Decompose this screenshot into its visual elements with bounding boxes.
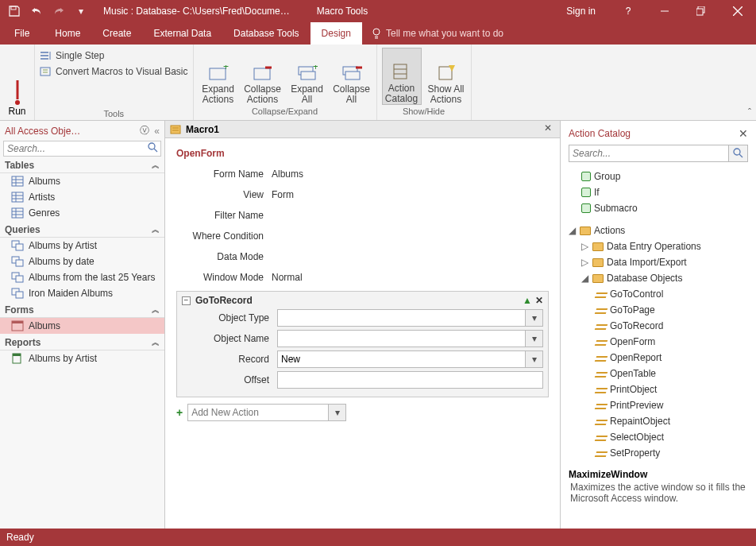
nav-item-query[interactable]: Albums by Artist (0, 238, 164, 254)
dropdown-icon[interactable]: ▾ (526, 309, 543, 327)
search-icon[interactable] (148, 142, 159, 153)
action-catalog-button[interactable]: ActionCatalog (382, 48, 422, 105)
tree-item[interactable]: SelectObject (569, 429, 748, 445)
svg-line-55 (739, 154, 742, 157)
single-step-label: Single Step (56, 50, 104, 61)
chevron-down-icon: ◢ (581, 271, 589, 285)
tree-folder[interactable]: ▷Data Import/Export (569, 254, 748, 270)
catalog-tree: Group If Submacro ◢Actions ▷Data Entry O… (569, 168, 748, 461)
help-icon[interactable]: ? (610, 0, 646, 22)
tree-item[interactable]: SetProperty (569, 445, 748, 461)
chevron-up-icon: ︽ (152, 304, 160, 316)
run-button[interactable]: Run (0, 45, 35, 120)
nav-header-label: All Access Obje… (5, 126, 80, 137)
save-icon[interactable] (5, 2, 24, 21)
collapse-block-icon[interactable]: − (182, 296, 191, 305)
chevron-right-icon: ▷ (581, 239, 589, 254)
tree-item[interactable]: GoToRecord (569, 318, 748, 334)
delete-block-icon[interactable]: ✕ (535, 295, 543, 306)
tab-design[interactable]: Design (310, 22, 362, 45)
document-area: Macro1 ✕ OpenForm Form NameAlbums ViewFo… (165, 121, 561, 529)
nav-header[interactable]: All Access Obje… ⓥ « (0, 121, 164, 141)
nav-group-tables[interactable]: Tables︽ (0, 158, 164, 173)
expand-actions-button[interactable]: + ExpandActions (199, 48, 238, 105)
catalog-close-icon[interactable]: ✕ (739, 127, 748, 140)
svg-point-10 (15, 100, 20, 105)
query-icon (11, 240, 24, 251)
nav-collapse-icon[interactable]: « (154, 126, 160, 137)
nav-item-table[interactable]: Genres (0, 205, 164, 221)
openform-block-title: OpenForm (176, 148, 549, 159)
document-tab[interactable]: Macro1 ✕ (165, 121, 560, 138)
flow-icon (581, 203, 591, 213)
tree-item[interactable]: RepaintObject (569, 413, 748, 429)
tab-create[interactable]: Create (91, 22, 142, 45)
ribbon-tabs: File Home Create External Data Database … (0, 22, 756, 45)
qat-customize-icon[interactable]: ▾ (71, 2, 91, 21)
tree-item[interactable]: OpenForm (569, 334, 748, 350)
nav-item-table[interactable]: Artists (0, 189, 164, 205)
redo-icon[interactable] (49, 2, 68, 21)
nav-item-table[interactable]: Albums (0, 173, 164, 189)
signin-link[interactable]: Sign in (552, 6, 610, 17)
macro-designer: OpenForm Form NameAlbums ViewForm Filter… (165, 138, 560, 529)
tree-item[interactable]: GoToPage (569, 302, 748, 318)
svg-text:+: + (313, 65, 318, 72)
minimize-icon[interactable] (646, 0, 683, 22)
nav-item-query[interactable]: Albums by date (0, 254, 164, 269)
ribbon-collapse-icon[interactable]: ˆ (748, 107, 751, 118)
tree-item[interactable]: PrintObject (569, 381, 748, 397)
plus-icon[interactable]: + (176, 406, 183, 419)
dropdown-icon[interactable]: ▾ (526, 330, 543, 347)
move-up-icon[interactable]: ▲ (523, 295, 532, 306)
tree-item[interactable]: GoToControl (569, 286, 748, 302)
document-close-icon[interactable]: ✕ (544, 122, 552, 134)
nav-item-query[interactable]: Iron Maiden Albums (0, 285, 164, 301)
offset-input[interactable] (277, 371, 543, 389)
nav-group-reports[interactable]: Reports︽ (0, 335, 164, 350)
nav-group-queries[interactable]: Queries︽ (0, 223, 164, 238)
context-tab-label: Macro Tools (307, 2, 377, 20)
dropdown-icon[interactable]: ▾ (329, 404, 346, 421)
run-label: Run (8, 106, 25, 117)
tell-me[interactable]: Tell me what you want to do (362, 22, 513, 45)
nav-item-form[interactable]: Albums (0, 318, 164, 334)
show-all-actions-button[interactable]: Show AllActions (426, 48, 466, 105)
tab-file[interactable]: File (0, 22, 44, 45)
nav-search-input[interactable] (3, 141, 161, 157)
catalog-search-input[interactable] (569, 145, 729, 162)
nav-dropdown-icon[interactable]: ⓥ (140, 124, 149, 137)
tree-item[interactable]: If (569, 184, 748, 200)
gotorecord-block[interactable]: − GoToRecord ▲ ✕ Object Type▾ Object Nam… (176, 291, 549, 397)
objecttype-input[interactable] (277, 309, 526, 327)
tab-database-tools[interactable]: Database Tools (222, 22, 310, 45)
nav-item-query[interactable]: Albums from the last 25 Years (0, 269, 164, 285)
tree-item[interactable]: OpenTable (569, 366, 748, 381)
catalog-search-button[interactable] (729, 145, 748, 162)
action-icon (596, 449, 607, 457)
tree-item[interactable]: Group (569, 168, 748, 184)
tree-item[interactable]: PrintPreview (569, 397, 748, 413)
ribbon: Run Single Step Convert Macros to Visual… (0, 45, 756, 121)
close-icon[interactable] (719, 0, 756, 22)
add-action-input[interactable] (187, 404, 329, 421)
objectname-input[interactable] (277, 330, 526, 347)
tree-item[interactable]: OpenReport (569, 350, 748, 366)
dropdown-icon[interactable]: ▾ (526, 350, 543, 368)
tree-item[interactable]: Submacro (569, 200, 748, 216)
record-input[interactable] (277, 350, 526, 368)
restore-icon[interactable] (683, 0, 719, 22)
tree-folder[interactable]: ▷Data Entry Operations (569, 238, 748, 254)
collapse-actions-button[interactable]: CollapseActions (243, 48, 283, 105)
single-step-button[interactable]: Single Step (40, 48, 188, 64)
nav-group-forms[interactable]: Forms︽ (0, 303, 164, 318)
undo-icon[interactable] (27, 2, 46, 21)
convert-macros-button[interactable]: Convert Macros to Visual Basic (40, 64, 188, 79)
expand-all-button[interactable]: + ExpandAll (287, 48, 327, 105)
collapse-all-button[interactable]: CollapseAll (332, 48, 372, 105)
tree-folder-actions[interactable]: ◢Actions (569, 223, 748, 238)
tree-folder[interactable]: ◢Database Objects (569, 270, 748, 286)
nav-item-report[interactable]: Albums by Artist (0, 350, 164, 366)
tab-external-data[interactable]: External Data (142, 22, 222, 45)
tab-home[interactable]: Home (44, 22, 91, 45)
